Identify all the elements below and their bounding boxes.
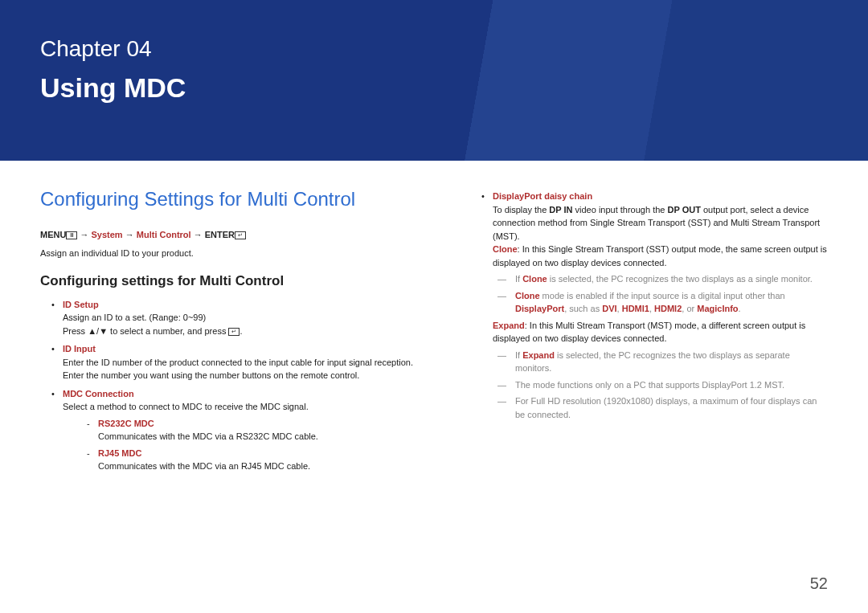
expand-desc: : In this Multi Stream Transport (MST) m…	[493, 321, 805, 344]
note-mst-support: The mode functions only on a PC that sup…	[493, 378, 828, 392]
hdmi1-term: HDMI1	[622, 304, 649, 313]
note-fullhd-max: For Full HD resolution (1920x1080) displ…	[493, 394, 828, 421]
subsection-heading: Configuring settings for Multi Control	[40, 271, 434, 292]
enter-icon: ↵	[235, 231, 246, 239]
section-heading: Configuring Settings for Multi Control	[40, 185, 434, 214]
nav-enter-label: ENTER	[205, 230, 235, 239]
chapter-label: Chapter 04	[40, 32, 828, 66]
expand-line: Expand: In this Multi Stream Transport (…	[493, 319, 828, 345]
clone-term: Clone	[515, 291, 540, 300]
page-number: 52	[810, 571, 828, 595]
enter-icon: ↵	[228, 328, 240, 336]
clone-term: Clone	[522, 274, 547, 284]
id-setup-label: ID Setup	[63, 298, 434, 312]
text-fragment: is selected, the PC recognizes the two d…	[515, 350, 790, 374]
text-fragment: video input through the	[572, 205, 667, 215]
mdc-connection-label: MDC Connection	[63, 387, 434, 401]
dp-chain-line1: To display the DP IN video input through…	[493, 203, 828, 243]
text-fragment: If	[515, 274, 522, 284]
text-fragment: , or	[682, 304, 697, 313]
right-column: DisplayPort daisy chain To display the D…	[470, 185, 828, 478]
nav-arrow: →	[77, 230, 91, 239]
menu-navigation-path: MENUⅢ → System → Multi Control → ENTER↵	[40, 228, 434, 242]
rj45-label: RJ45 MDC	[98, 447, 434, 460]
settings-list-right: DisplayPort daisy chain To display the D…	[470, 190, 828, 421]
settings-list: ID Setup Assign an ID to a set. (Range: …	[40, 298, 434, 473]
expand-term: Expand	[522, 350, 555, 360]
text-fragment: , such as	[564, 304, 602, 313]
chapter-title: Using MDC	[40, 67, 828, 108]
rj45-desc: Communicates with the MDC via an RJ45 MD…	[98, 460, 434, 473]
left-column: Configuring Settings for Multi Control M…	[40, 185, 434, 478]
list-item-id-input: ID Input Enter the ID number of the prod…	[40, 342, 434, 382]
page-body: Configuring Settings for Multi Control M…	[0, 161, 868, 494]
text-fragment: is selected, the PC recognizes the two d…	[547, 274, 813, 284]
nav-multi-control: Multi Control	[137, 230, 191, 239]
text-fragment: If	[515, 350, 522, 360]
clone-line: Clone: In this Single Stream Transport (…	[493, 243, 828, 269]
clone-notes: If Clone is selected, the PC recognizes …	[493, 272, 828, 316]
id-setup-line1: Assign an ID to a set. (Range: 0~99)	[63, 311, 434, 325]
rs232c-label: RS232C MDC	[98, 417, 434, 431]
clone-label: Clone	[493, 244, 518, 254]
note-clone-digital-input: Clone mode is enabled if the input sourc…	[493, 289, 828, 316]
expand-label: Expand	[493, 321, 525, 330]
note-clone-single-monitor: If Clone is selected, the PC recognizes …	[493, 272, 828, 286]
dp-out-term: DP OUT	[668, 205, 701, 215]
text-fragment: .	[739, 304, 741, 313]
nav-system: System	[92, 230, 123, 239]
hdmi2-term: HDMI2	[654, 304, 682, 313]
dp-in-term: DP IN	[549, 205, 572, 215]
id-input-line2: Enter the number you want using the numb…	[63, 369, 434, 382]
text-fragment: .	[240, 326, 242, 336]
id-input-line1: Enter the ID number of the product conne…	[63, 356, 434, 370]
nav-menu-label: MENU	[40, 230, 66, 239]
chapter-banner: Chapter 04 Using MDC	[0, 0, 868, 161]
expand-notes: If Expand is selected, the PC recognizes…	[493, 349, 828, 422]
magicinfo-term: MagicInfo	[697, 304, 738, 313]
list-item-dp-daisy-chain: DisplayPort daisy chain To display the D…	[470, 190, 828, 421]
id-input-label: ID Input	[63, 342, 434, 356]
displayport-term: DisplayPort	[515, 304, 564, 313]
text-fragment: Press	[63, 326, 88, 336]
nav-arrow: →	[191, 230, 205, 239]
dp-chain-label: DisplayPort daisy chain	[493, 190, 828, 203]
text-fragment: mode is enabled if the input source is a…	[540, 291, 785, 300]
text-fragment: To display the	[493, 205, 549, 215]
clone-desc: : In this Single Stream Transport (SST) …	[493, 244, 827, 268]
sublist-item-rs232c: RS232C MDC Communicates with the MDC via…	[63, 417, 434, 443]
rs232c-desc: Communicates with the MDC via a RS232C M…	[98, 430, 434, 443]
nav-arrow: →	[123, 230, 137, 239]
menu-icon: Ⅲ	[66, 231, 77, 239]
text-fragment: to select a number, and press	[108, 326, 228, 336]
intro-text: Assign an individual ID to your product.	[40, 247, 434, 260]
mdc-sublist: RS232C MDC Communicates with the MDC via…	[63, 417, 434, 473]
list-item-id-setup: ID Setup Assign an ID to a set. (Range: …	[40, 298, 434, 338]
up-down-arrows-icon: ▲/▼	[88, 326, 108, 336]
id-setup-line2: Press ▲/▼ to select a number, and press …	[63, 325, 434, 338]
list-item-mdc-connection: MDC Connection Select a method to connec…	[40, 387, 434, 473]
sublist-item-rj45: RJ45 MDC Communicates with the MDC via a…	[63, 447, 434, 473]
mdc-connection-line1: Select a method to connect to MDC to rec…	[63, 400, 434, 414]
note-expand-separate: If Expand is selected, the PC recognizes…	[493, 349, 828, 375]
dvi-term: DVI	[602, 304, 616, 313]
